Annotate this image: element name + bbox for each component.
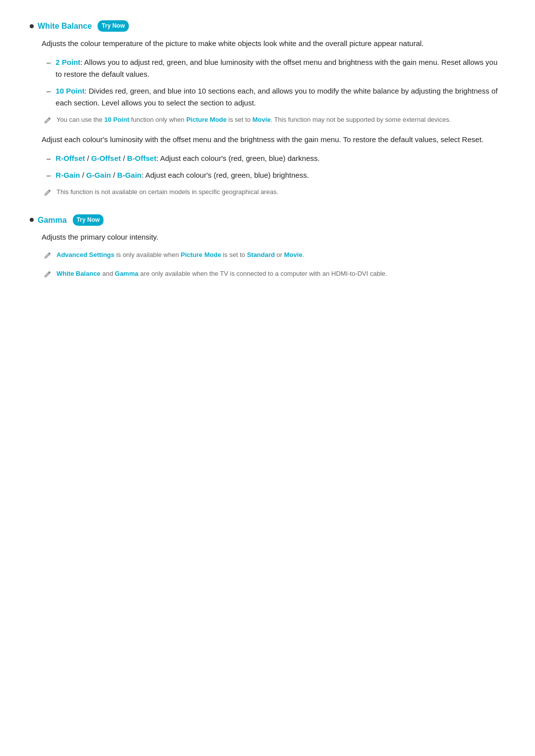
movie-label-2: Movie <box>284 251 303 258</box>
gamma-title: Gamma <box>38 214 67 227</box>
gamma-header: Gamma Try Now <box>30 214 505 227</box>
standard-label: Standard <box>247 251 274 258</box>
advanced-settings-label: Advanced Settings <box>56 251 114 258</box>
note-10point-text: You can use the 10 Point function only w… <box>56 115 451 125</box>
sub-item-10point-text: 10 Point: Divides red, green, and blue i… <box>55 85 505 109</box>
bullet-dot <box>30 24 34 28</box>
pencil-icon-4 <box>44 270 52 282</box>
label-2point: 2 Point <box>55 58 80 66</box>
gamma-section: Gamma Try Now Adjusts the primary colour… <box>30 214 505 282</box>
white-balance-mid-desc: Adjust each colour's luminosity with the… <box>42 134 505 146</box>
pencil-icon-1 <box>44 116 52 128</box>
note-white-balance-gamma: White Balance and Gamma are only availab… <box>42 269 505 282</box>
gamma-bullet-dot <box>30 218 34 222</box>
label-b-gain: B-Gain <box>117 171 142 179</box>
label-g-offset: G-Offset <box>91 154 121 162</box>
white-balance-desc: Adjusts the colour temperature of the pi… <box>42 38 505 50</box>
label-b-offset: B-Offset <box>127 154 157 162</box>
main-section-list: White Balance Try Now Adjusts the colour… <box>30 20 505 282</box>
label-r-gain: R-Gain <box>55 171 80 179</box>
pencil-icon-2 <box>44 188 52 200</box>
white-balance-body: Adjusts the colour temperature of the pi… <box>30 38 505 200</box>
white-balance-label-note: White Balance <box>56 270 101 277</box>
gamma-body: Adjusts the primary colour intensity. Ad… <box>30 231 505 282</box>
label-r-offset: R-Offset <box>55 154 85 162</box>
note-advanced-settings: Advanced Settings is only available when… <box>42 250 505 263</box>
white-balance-title: White Balance <box>38 20 92 33</box>
note-10point: You can use the 10 Point function only w… <box>42 115 505 128</box>
note-10point-label: 10 Point <box>104 116 129 123</box>
note-advanced-settings-text: Advanced Settings is only available when… <box>56 250 304 260</box>
note-geographical: This function is not available on certai… <box>42 187 505 200</box>
white-balance-header: White Balance Try Now <box>30 20 505 33</box>
white-balance-sub-list: 2 Point: Allows you to adjust red, green… <box>42 56 505 109</box>
gamma-label-note: Gamma <box>115 270 139 277</box>
sub-item-offset: R-Offset / G-Offset / B-Offset: Adjust e… <box>42 152 505 164</box>
white-balance-sub-list-2: R-Offset / G-Offset / B-Offset: Adjust e… <box>42 152 505 181</box>
sub-item-2point: 2 Point: Allows you to adjust red, green… <box>42 56 505 80</box>
gamma-desc: Adjusts the primary colour intensity. <box>42 231 505 243</box>
note-white-balance-gamma-text: White Balance and Gamma are only availab… <box>56 269 387 279</box>
gamma-try-now-badge[interactable]: Try Now <box>73 214 104 226</box>
sub-item-gain-text: R-Gain / G-Gain / B-Gain: Adjust each co… <box>55 169 309 181</box>
white-balance-try-now-badge[interactable]: Try Now <box>98 20 129 32</box>
note-movie-label: Movie <box>253 116 271 123</box>
picture-mode-label-2: Picture Mode <box>181 251 221 258</box>
sub-item-gain: R-Gain / G-Gain / B-Gain: Adjust each co… <box>42 169 505 181</box>
label-g-gain: G-Gain <box>86 171 111 179</box>
sub-item-offset-text: R-Offset / G-Offset / B-Offset: Adjust e… <box>55 152 320 164</box>
sub-item-10point: 10 Point: Divides red, green, and blue i… <box>42 85 505 109</box>
pencil-icon-3 <box>44 251 52 263</box>
white-balance-section: White Balance Try Now Adjusts the colour… <box>30 20 505 200</box>
sub-item-2point-text: 2 Point: Allows you to adjust red, green… <box>55 56 505 80</box>
note-geographical-text: This function is not available on certai… <box>56 187 278 198</box>
label-10point: 10 Point <box>55 87 84 95</box>
note-picture-mode-label: Picture Mode <box>186 116 227 123</box>
